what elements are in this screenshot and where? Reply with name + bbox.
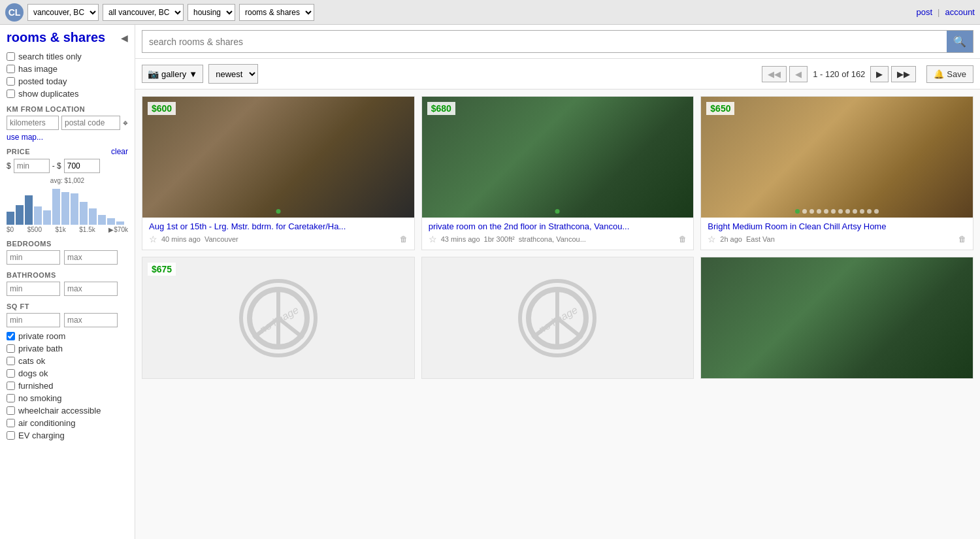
amenity-checkbox-wheelchair[interactable] bbox=[7, 406, 15, 415]
clear-price-link[interactable]: clear bbox=[111, 147, 128, 156]
gallery-icon: 📷 bbox=[148, 69, 159, 79]
favorite-icon[interactable]: ☆ bbox=[149, 234, 157, 244]
no-image-icon: no image bbox=[246, 286, 311, 351]
km-input[interactable] bbox=[7, 116, 59, 130]
image-dot bbox=[838, 209, 843, 214]
amenity-checkbox-dogs_ok[interactable] bbox=[7, 369, 15, 378]
bathrooms-min[interactable] bbox=[7, 282, 60, 296]
amenity-row-air_conditioning: air conditioning bbox=[7, 418, 128, 428]
sqft-inputs bbox=[7, 313, 128, 327]
first-page-btn[interactable]: ◀◀ bbox=[762, 66, 787, 82]
sort-select[interactable]: newest bbox=[208, 64, 258, 84]
location-icon[interactable]: ⌖ bbox=[123, 118, 128, 129]
category-select-2[interactable]: rooms & shares bbox=[239, 4, 314, 21]
save-button[interactable]: 🔔 Save bbox=[926, 65, 973, 83]
has-image-row: has image bbox=[7, 64, 128, 74]
listing-time: 43 mins ago bbox=[441, 235, 480, 243]
sqft-min[interactable] bbox=[7, 313, 60, 327]
bedrooms-section-label: BEDROOMS bbox=[7, 240, 128, 248]
amenity-label-air_conditioning: air conditioning bbox=[18, 418, 75, 428]
chart-label-15k: $1.5k bbox=[79, 226, 95, 233]
search-input-wrap: 🔍 bbox=[142, 30, 973, 53]
listing-details: 1br 300ft² bbox=[484, 235, 515, 243]
listing-title[interactable]: Bright Medium Room in Clean Chill Artsy … bbox=[708, 221, 966, 231]
posted-today-checkbox[interactable] bbox=[7, 77, 15, 86]
amenity-checkbox-private_room[interactable] bbox=[7, 332, 15, 340]
use-map-link[interactable]: use map... bbox=[7, 133, 128, 142]
amenity-checkbox-furnished[interactable] bbox=[7, 382, 15, 390]
amenity-row-private_bath: private bath bbox=[7, 344, 128, 353]
bedrooms-max[interactable] bbox=[64, 250, 118, 265]
price-max-input[interactable] bbox=[64, 159, 100, 173]
search-button[interactable]: 🔍 bbox=[947, 31, 973, 52]
listing-image-wrap[interactable] bbox=[701, 257, 973, 378]
image-dot bbox=[795, 209, 800, 214]
favorite-icon[interactable]: ☆ bbox=[708, 234, 716, 244]
image-dot bbox=[867, 209, 872, 214]
price-badge: $650 bbox=[706, 102, 734, 115]
show-duplicates-checkbox[interactable] bbox=[7, 90, 15, 98]
favorite-icon[interactable]: ☆ bbox=[429, 234, 437, 244]
listing-image-wrap[interactable]: $650 bbox=[701, 97, 973, 218]
sidebar-collapse-btn[interactable]: ◀ bbox=[121, 33, 128, 43]
listing-image-wrap[interactable]: no image bbox=[422, 257, 694, 378]
amenity-checkbox-private_bath[interactable] bbox=[7, 344, 15, 353]
show-duplicates-row: show duplicates bbox=[7, 89, 128, 99]
listing-image-wrap[interactable]: $680 bbox=[422, 97, 694, 218]
chart-label-500: $500 bbox=[27, 226, 42, 233]
image-dot bbox=[802, 209, 807, 214]
amenity-label-ev_charging: EV charging bbox=[18, 431, 65, 440]
has-image-checkbox[interactable] bbox=[7, 65, 15, 73]
amenity-checkbox-no_smoking[interactable] bbox=[7, 394, 15, 402]
post-link[interactable]: post bbox=[916, 7, 932, 17]
image-dot bbox=[809, 209, 814, 214]
bar-5 bbox=[43, 210, 51, 225]
category-select-1[interactable]: housing bbox=[188, 4, 235, 21]
listing-image-wrap[interactable]: no image $675 bbox=[142, 257, 414, 378]
amenity-row-dogs_ok: dogs ok bbox=[7, 368, 128, 378]
listings-area: $600Aug 1st or 15th - Lrg. Mstr. bdrm. f… bbox=[135, 90, 980, 539]
delete-icon[interactable]: 🗑 bbox=[679, 235, 687, 244]
location-select-2[interactable]: all vancouver, BC bbox=[103, 4, 184, 21]
listings-grid: $600Aug 1st or 15th - Lrg. Mstr. bdrm. f… bbox=[142, 96, 973, 379]
image-dots bbox=[795, 209, 879, 214]
bar-12 bbox=[107, 218, 115, 225]
listing-card: $680private room on the 2nd floor in Str… bbox=[421, 96, 694, 250]
listing-card bbox=[700, 257, 973, 379]
amenity-checkbox-cats_ok[interactable] bbox=[7, 357, 15, 365]
listing-title[interactable]: private room on the 2nd floor in Strathc… bbox=[429, 221, 687, 231]
location-select-1[interactable]: vancouver, BC bbox=[27, 4, 99, 21]
price-inputs: $ - $ bbox=[7, 159, 128, 173]
amenity-label-dogs_ok: dogs ok bbox=[18, 368, 48, 378]
bar-10 bbox=[89, 208, 97, 225]
cl-logo: CL bbox=[5, 3, 24, 22]
bathrooms-max[interactable] bbox=[64, 282, 118, 296]
delete-icon[interactable]: 🗑 bbox=[400, 235, 408, 244]
search-titles-checkbox[interactable] bbox=[7, 52, 15, 61]
sidebar: rooms & shares ◀ search titles only has … bbox=[0, 25, 135, 539]
image-dot bbox=[845, 209, 850, 214]
next-page-btn[interactable]: ▶ bbox=[870, 66, 889, 82]
listing-info: Bright Medium Room in Clean Chill Artsy … bbox=[701, 218, 973, 250]
prev-page-btn[interactable]: ◀ bbox=[789, 66, 808, 82]
bedrooms-min[interactable] bbox=[7, 250, 60, 265]
sqft-max[interactable] bbox=[64, 313, 118, 327]
listing-title[interactable]: Aug 1st or 15th - Lrg. Mstr. bdrm. for C… bbox=[149, 221, 408, 231]
postal-input[interactable] bbox=[61, 116, 120, 130]
last-page-btn[interactable]: ▶▶ bbox=[891, 66, 916, 82]
chart-labels: $0 $500 $1k $1.5k ▶$70k bbox=[7, 226, 128, 233]
bar-13 bbox=[116, 221, 124, 225]
listing-location: strathcona, Vancou... bbox=[519, 235, 586, 243]
bar-3 bbox=[25, 195, 33, 225]
search-input[interactable] bbox=[142, 33, 947, 51]
amenity-checkbox-ev_charging[interactable] bbox=[7, 431, 15, 440]
amenity-row-no_smoking: no smoking bbox=[7, 393, 128, 403]
gallery-button[interactable]: 📷 gallery ▼ bbox=[142, 65, 203, 83]
amenity-checkbox-air_conditioning[interactable] bbox=[7, 419, 15, 427]
listing-image-wrap[interactable]: $600 bbox=[142, 97, 414, 218]
sidebar-title: rooms & shares ◀ bbox=[7, 30, 128, 45]
image-dot bbox=[874, 209, 879, 214]
price-min-input[interactable] bbox=[14, 159, 50, 173]
account-link[interactable]: account bbox=[945, 7, 975, 17]
delete-icon[interactable]: 🗑 bbox=[958, 235, 966, 244]
